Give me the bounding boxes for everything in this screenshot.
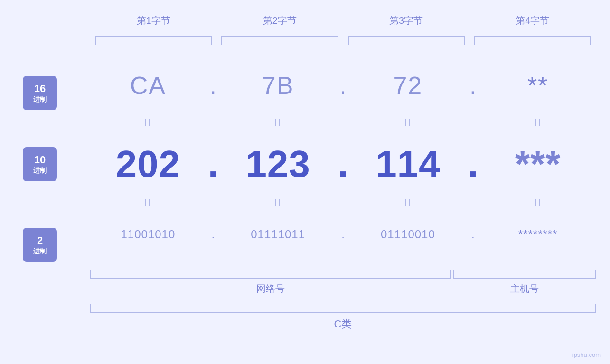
dec-num: 10 bbox=[34, 154, 46, 166]
bracket-host bbox=[453, 270, 596, 279]
eq2-b4: II bbox=[480, 197, 596, 209]
hex-byte1: CA bbox=[90, 71, 206, 100]
bracket-seg-2 bbox=[221, 36, 338, 45]
byte1-header: 第1字节 bbox=[90, 14, 216, 27]
equals-row-2: II II II II bbox=[90, 197, 596, 209]
bracket-class bbox=[90, 304, 596, 313]
eq1-b2: II bbox=[220, 116, 336, 129]
hex-num: 16 bbox=[34, 83, 46, 95]
dec-unit: 进制 bbox=[33, 167, 47, 175]
network-label: 网络号 bbox=[90, 282, 451, 295]
hex-unit: 进制 bbox=[33, 95, 47, 103]
dec-dot-1: . bbox=[206, 142, 220, 186]
bin-label: 2 进制 bbox=[23, 228, 57, 262]
hex-byte3: 72 bbox=[350, 71, 466, 100]
hex-dot-3: . bbox=[466, 71, 480, 100]
bin-num: 2 bbox=[37, 234, 43, 247]
bin-unit: 进制 bbox=[33, 247, 47, 255]
main-container: 16 进制 10 进制 2 进制 第1字节 第2字节 第3字节 第4字节 CA … bbox=[0, 0, 610, 364]
hex-row: CA . 7B . 72 . ** bbox=[90, 71, 596, 100]
eq2-b3: II bbox=[350, 197, 466, 209]
dec-byte1: 202 bbox=[90, 142, 206, 186]
dec-dot-3: . bbox=[466, 142, 480, 186]
byte-headers: 第1字节 第2字节 第3字节 第4字节 bbox=[90, 14, 596, 27]
bracket-network bbox=[90, 270, 451, 279]
hex-label: 16 进制 bbox=[23, 76, 57, 110]
eq1-b1: II bbox=[90, 116, 206, 129]
byte2-header: 第2字节 bbox=[216, 14, 343, 27]
dec-label: 10 进制 bbox=[23, 147, 57, 181]
byte3-header: 第3字节 bbox=[343, 14, 469, 27]
dec-byte3: 114 bbox=[350, 142, 466, 186]
bin-byte1: 11001010 bbox=[90, 228, 206, 241]
hex-dot-1: . bbox=[206, 71, 220, 100]
bin-dot-1: . bbox=[206, 228, 220, 241]
bin-byte3: 01110010 bbox=[350, 228, 466, 241]
byte4-header: 第4字节 bbox=[469, 14, 596, 27]
hex-dot-2: . bbox=[336, 71, 350, 100]
bin-row: 11001010 . 01111011 . 01110010 . *******… bbox=[90, 228, 596, 241]
eq1-b3: II bbox=[350, 116, 466, 129]
eq1-b4: II bbox=[480, 116, 596, 129]
dec-byte4: *** bbox=[480, 142, 596, 186]
bracket-seg-1 bbox=[95, 36, 212, 45]
bin-dot-3: . bbox=[466, 228, 480, 241]
equals-row-1: II II II II bbox=[90, 116, 596, 129]
dec-dot-2: . bbox=[336, 142, 350, 186]
dec-byte2: 123 bbox=[220, 142, 336, 186]
bin-byte2: 01111011 bbox=[220, 228, 336, 241]
watermark: ipshu.com bbox=[572, 351, 601, 358]
hex-byte2: 7B bbox=[220, 71, 336, 100]
bracket-seg-4 bbox=[474, 36, 591, 45]
top-brackets bbox=[90, 36, 596, 45]
host-label: 主机号 bbox=[453, 282, 596, 295]
eq2-b2: II bbox=[220, 197, 336, 209]
class-label: C类 bbox=[90, 317, 596, 331]
bracket-seg-3 bbox=[348, 36, 465, 45]
hex-byte4: ** bbox=[480, 71, 596, 100]
bin-byte4: ******** bbox=[480, 228, 596, 241]
bin-dot-2: . bbox=[336, 228, 350, 241]
dec-row: 202 . 123 . 114 . *** bbox=[90, 142, 596, 186]
eq2-b1: II bbox=[90, 197, 206, 209]
